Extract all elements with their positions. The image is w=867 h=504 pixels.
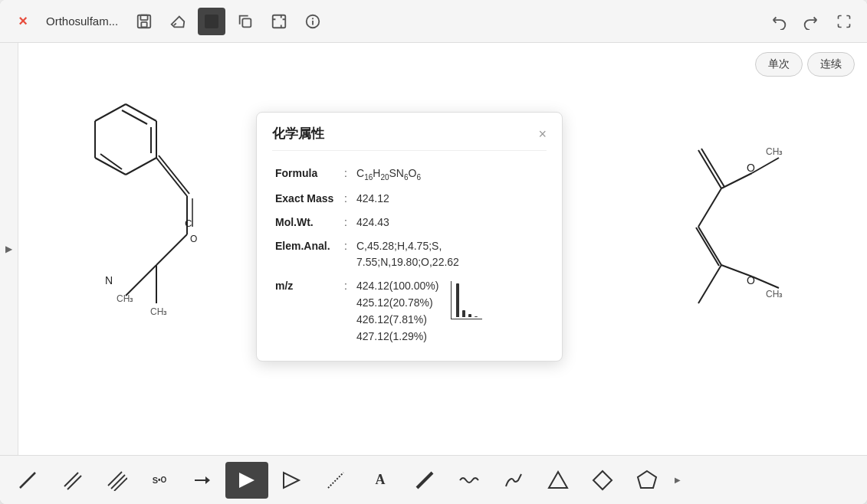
svg-line-37 (752, 158, 779, 173)
copy-button[interactable] (232, 8, 259, 35)
svg-line-21 (156, 234, 187, 265)
open-arrow-tool[interactable] (270, 462, 313, 499)
popup-header: 化学属性 × (272, 125, 547, 151)
right-controls: 单次 连续 (755, 52, 855, 77)
exact-mass-colon: : (341, 187, 353, 211)
pentagon-tool[interactable] (626, 462, 668, 499)
dashed-bond-tool[interactable] (314, 462, 357, 499)
close-button[interactable]: × (9, 8, 37, 35)
bar-424 (456, 283, 459, 317)
single-mode-button[interactable]: 单次 (755, 52, 803, 77)
formula-row: Formula : C16H20SN6O6 (272, 162, 547, 187)
popup-title: 化学属性 (272, 125, 324, 142)
bar-427-fill (475, 316, 478, 317)
triple-bond-tool[interactable] (95, 462, 138, 499)
formula-label: Formula (272, 162, 341, 187)
text-tool[interactable]: A (359, 462, 402, 499)
svg-text:N: N (105, 274, 113, 286)
svg-line-31 (701, 149, 724, 187)
svg-marker-53 (284, 473, 299, 488)
elem-value: C,45.28;H,4.75;S,7.55;N,19.80;O,22.62 (353, 234, 547, 274)
svg-marker-56 (549, 472, 567, 488)
redo-button[interactable] (796, 8, 824, 35)
svg-line-47 (108, 472, 122, 486)
arrow-tool[interactable] (181, 462, 224, 499)
curly-bond-tool[interactable] (492, 462, 535, 499)
select-button[interactable] (265, 8, 293, 35)
bar-424-fill (456, 283, 459, 317)
mz-colon: : (341, 274, 353, 349)
main-area: ▶ 单次 连续 (0, 43, 867, 455)
svg-point-8 (313, 18, 314, 18)
filled-arrow-tool[interactable] (225, 462, 268, 499)
double-bond-tool[interactable] (51, 462, 94, 499)
svg-marker-51 (205, 476, 210, 484)
bar-426-fill (468, 314, 471, 317)
svg-marker-57 (593, 471, 612, 489)
elem-colon: : (341, 234, 353, 274)
formula-colon: : (341, 162, 353, 187)
canvas-area[interactable]: 单次 连续 (18, 43, 867, 455)
svg-line-22 (126, 265, 156, 296)
elem-label: Elem.Anal. (272, 234, 341, 274)
mz-value-3: 426.12(7.81%) (356, 312, 438, 328)
fullscreen-button[interactable] (830, 8, 858, 35)
bar-427 (475, 316, 478, 317)
exact-mass-row: Exact Mass : 424.12 (272, 187, 547, 211)
info-button[interactable] (299, 8, 327, 35)
svg-line-55 (417, 473, 432, 488)
svg-text:CH₃: CH₃ (766, 289, 783, 299)
wavy-bond-tool[interactable] (448, 462, 491, 499)
exact-mass-label: Exact Mass (272, 187, 341, 211)
app-title: Orthosulfam... (46, 15, 118, 28)
svg-line-34 (696, 227, 719, 266)
sulfur-bond-tool[interactable]: S•O (140, 462, 179, 499)
svg-line-36 (721, 173, 752, 188)
undo-redo-group (766, 8, 824, 35)
svg-line-45 (64, 473, 78, 486)
svg-line-39 (752, 277, 779, 288)
svg-marker-52 (239, 473, 255, 488)
mz-values: 424.12(100.00%) 425.12(20.78%) 426.12(7.… (353, 274, 547, 349)
triangle-tool[interactable] (537, 462, 580, 499)
svg-line-9 (126, 104, 156, 121)
bottom-toolbar: S•O A (0, 455, 867, 504)
bold-bond-tool[interactable] (403, 462, 446, 499)
left-panel-toggle[interactable]: ▶ (0, 43, 18, 455)
svg-text:CH₃: CH₃ (150, 306, 167, 317)
bar-426 (468, 314, 471, 317)
mz-value-4: 427.12(1.29%) (356, 329, 438, 345)
svg-text:CH₃: CH₃ (117, 293, 133, 304)
svg-line-32 (698, 188, 721, 227)
continuous-mode-button[interactable]: 连续 (807, 52, 855, 77)
eraser-button[interactable] (164, 8, 192, 35)
bar-425 (462, 310, 465, 317)
molwt-label: Mol.Wt. (272, 211, 341, 234)
single-bond-tool[interactable] (6, 462, 49, 499)
mz-value-1: 424.12(100.00%) (356, 278, 438, 294)
molwt-value: 424.43 (353, 211, 547, 234)
svg-line-54 (328, 473, 343, 488)
svg-line-30 (698, 150, 721, 188)
svg-marker-58 (638, 471, 656, 488)
svg-rect-4 (243, 18, 251, 27)
save-button[interactable] (130, 8, 158, 35)
svg-line-33 (698, 227, 721, 265)
left-arrow-icon: ▶ (5, 244, 12, 254)
formula-value: C16H20SN6O6 (353, 162, 547, 187)
diamond-tool[interactable] (581, 462, 624, 499)
mz-row: m/z : 424.12(100.00%) 425.12(20.78%) 426… (272, 274, 547, 349)
svg-text:C: C (185, 218, 192, 229)
more-tools-button[interactable]: ▶ (670, 462, 685, 499)
popup-close-button[interactable]: × (538, 127, 547, 141)
svg-line-19 (159, 155, 189, 194)
elem-row: Elem.Anal. : C,45.28;H,4.75;S,7.55;N,19.… (272, 234, 547, 274)
undo-button[interactable] (766, 8, 793, 35)
color-button[interactable] (198, 8, 225, 35)
svg-rect-5 (273, 15, 286, 28)
svg-rect-1 (141, 15, 148, 19)
exact-mass-value: 424.12 (353, 187, 547, 211)
svg-rect-3 (205, 15, 218, 28)
bar-425-fill (462, 310, 465, 317)
svg-text:CH₃: CH₃ (766, 146, 783, 157)
